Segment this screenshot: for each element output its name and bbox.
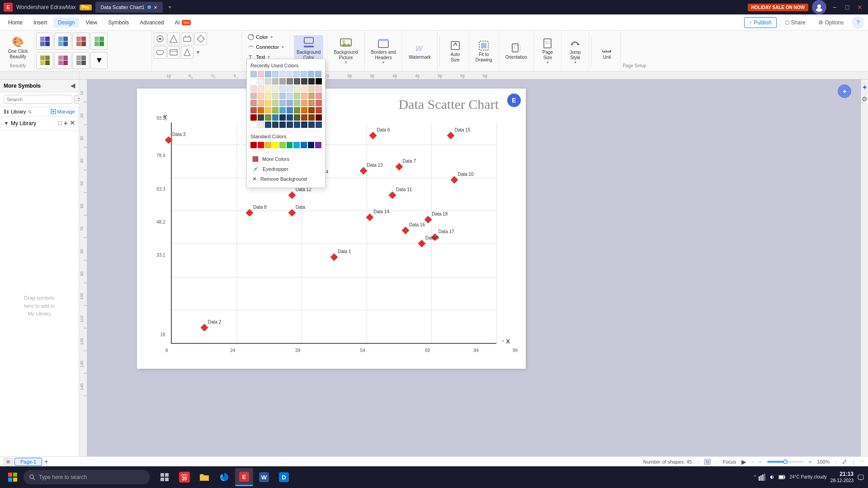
tb-calendar[interactable]: DEC 28 [175, 468, 193, 486]
grid-swatch[interactable] [258, 122, 264, 128]
connector-btn[interactable]: Connector ▼ [245, 42, 287, 52]
canvas-area[interactable]: Data Scatter Chart Y ↑ [87, 80, 861, 482]
active-tab[interactable]: Data Scatter Chart1 ✕ [95, 2, 163, 13]
swatch-recent-1-7[interactable] [293, 71, 300, 77]
grid-swatch[interactable] [250, 85, 257, 92]
style-more-btn[interactable]: ▼ [90, 52, 108, 69]
grid-swatch[interactable] [316, 114, 322, 121]
swatch-recent-1-1[interactable] [250, 71, 257, 77]
start-btn[interactable] [4, 468, 22, 486]
zoom-slider[interactable] [767, 461, 803, 463]
grid-swatch[interactable] [272, 114, 278, 121]
grid-swatch[interactable] [258, 107, 264, 113]
grid-swatch[interactable] [265, 107, 271, 113]
grid-swatch[interactable] [308, 93, 315, 99]
play-btn[interactable]: ▶ [741, 458, 746, 465]
grid-swatch[interactable] [294, 100, 300, 106]
grid-swatch[interactable] [265, 122, 271, 128]
grid-swatch[interactable] [265, 78, 271, 84]
grid-swatch[interactable] [258, 100, 264, 106]
zoom-slider-handle[interactable] [783, 460, 788, 464]
grid-swatch[interactable] [308, 85, 315, 92]
grid-swatch[interactable] [308, 114, 315, 121]
borders-headers-btn[interactable]: Borders and Headers ▼ [368, 35, 398, 66]
watermark-btn[interactable]: W Watermark [406, 40, 434, 62]
grid-swatch[interactable] [258, 93, 264, 99]
style-btn-5[interactable] [36, 52, 53, 69]
my-library-create-btn[interactable]: □ [58, 119, 61, 127]
menu-ai[interactable]: AI hot [170, 18, 196, 28]
grid-swatch[interactable] [287, 107, 293, 113]
maximize-btn[interactable]: □ [843, 3, 852, 12]
swatch-recent-1-8[interactable] [301, 71, 307, 77]
grid-swatch[interactable] [258, 85, 264, 92]
std-color-4[interactable] [272, 142, 278, 148]
std-color-5[interactable] [279, 142, 286, 148]
user-avatar[interactable] [812, 0, 826, 14]
color-btn[interactable]: Color ▼ [245, 33, 276, 42]
grid-swatch[interactable] [287, 114, 293, 121]
tb-task-view[interactable] [156, 468, 174, 486]
holiday-sale-btn[interactable]: HOLIDAY SALE ON NOW [748, 4, 808, 11]
tab-close-btn[interactable]: ✕ [154, 5, 157, 10]
auto-size-btn[interactable]: Auto Size [445, 38, 465, 65]
grid-swatch[interactable] [250, 78, 257, 84]
style-btn-7[interactable] [72, 52, 90, 69]
remove-background-item[interactable]: ✕ Remove Background [250, 174, 321, 184]
taskbar-search[interactable]: Type here to search [24, 470, 150, 484]
grid-swatch[interactable] [316, 107, 322, 113]
menu-symbols[interactable]: Symbols [104, 18, 133, 28]
swatch-recent-1-3[interactable] [265, 71, 271, 77]
tb-app-6[interactable]: D [275, 468, 293, 486]
style-btn-2[interactable] [54, 33, 71, 50]
shape-btn-e[interactable] [154, 46, 166, 59]
std-color-7[interactable] [293, 142, 300, 148]
grid-swatch[interactable] [279, 107, 286, 113]
grid-swatch[interactable] [301, 78, 307, 84]
grid-swatch[interactable] [301, 85, 307, 92]
more-btn[interactable]: ⋯ [859, 459, 864, 465]
grid-swatch[interactable] [287, 93, 293, 99]
menu-design[interactable]: Design [53, 18, 79, 28]
grid-swatch[interactable] [265, 114, 271, 121]
add-tab-btn[interactable]: + [164, 2, 176, 13]
publish-btn[interactable]: ↑ Publish [744, 17, 776, 28]
grid-swatch[interactable] [265, 93, 271, 99]
menu-view[interactable]: View [81, 18, 102, 28]
grid-swatch[interactable] [308, 122, 315, 128]
grid-swatch[interactable] [287, 78, 293, 84]
unit-btn[interactable]: Unit [597, 40, 617, 62]
shape-btn-f[interactable] [167, 46, 180, 59]
more-colors-item[interactable]: More Colors [250, 154, 321, 164]
right-panel-icon-1[interactable]: ✦ [862, 83, 868, 92]
shape-btn-a[interactable] [154, 33, 166, 45]
grid-swatch[interactable] [308, 107, 315, 113]
grid-swatch[interactable] [316, 93, 322, 99]
help-btn[interactable]: ? [852, 16, 864, 29]
grid-swatch[interactable] [272, 85, 278, 92]
grid-swatch[interactable] [250, 100, 257, 106]
grid-swatch[interactable] [279, 100, 286, 106]
style-btn-3[interactable] [72, 33, 90, 50]
my-library-delete-btn[interactable]: ✕ [70, 119, 75, 127]
style-btn-4[interactable] [90, 33, 108, 50]
minimize-btn[interactable]: − [830, 3, 839, 12]
swatch-recent-1-4[interactable] [272, 71, 278, 77]
std-color-1[interactable] [250, 142, 257, 148]
grid-swatch[interactable] [272, 93, 278, 99]
grid-swatch[interactable] [316, 85, 322, 92]
std-color-9[interactable] [308, 142, 314, 148]
grid-swatch[interactable] [279, 93, 286, 99]
share-btn[interactable]: ⬡ Share [780, 18, 810, 28]
grid-swatch[interactable] [272, 100, 278, 106]
sidebar-collapse-btn[interactable]: ◀ [71, 82, 75, 89]
add-page-btn[interactable]: + [44, 458, 48, 466]
options-btn[interactable]: ⚙ Options [814, 18, 848, 28]
grid-swatch[interactable] [294, 85, 300, 92]
shape-more-dropdown[interactable]: ▼ [194, 46, 202, 59]
grid-swatch[interactable] [272, 78, 278, 84]
tb-file-explorer[interactable] [195, 468, 213, 486]
grid-swatch[interactable] [250, 107, 257, 113]
std-color-10[interactable] [315, 142, 321, 148]
tb-edge[interactable] [215, 468, 233, 486]
